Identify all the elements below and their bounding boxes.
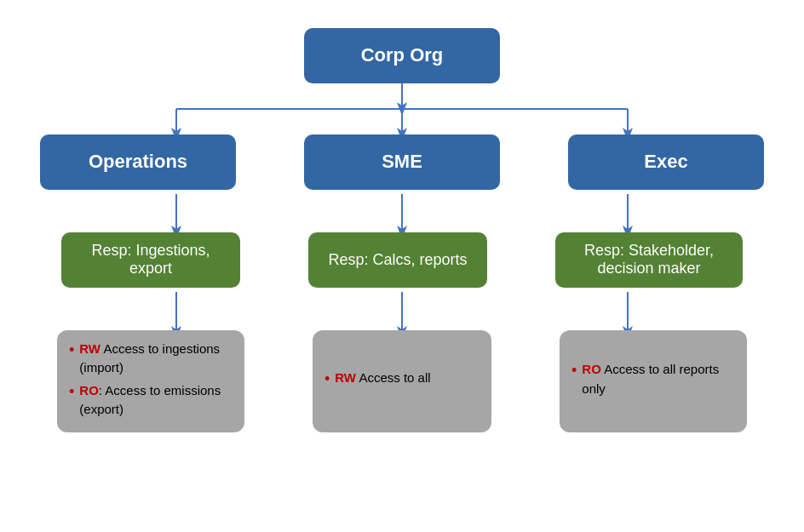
- operations-ro-label: RO: [79, 383, 99, 398]
- exec-resp-box: Resp: Stakeholder, decision maker: [555, 232, 743, 288]
- col-sme: SME: [304, 134, 500, 190]
- col-exec-access: • RO Access to all reports only: [560, 330, 747, 432]
- operations-resp-label: Resp: Ingestions, export: [73, 242, 228, 277]
- operations-label: Operations: [89, 151, 187, 173]
- col-sme-access: • RW Access to all: [313, 330, 491, 432]
- sme-bullet-1: • RW Access to all: [324, 369, 480, 391]
- operations-access-box: • RW Access to ingestions (import) • RO:…: [57, 330, 244, 432]
- operations-resp-box: Resp: Ingestions, export: [61, 232, 240, 288]
- row-level1: Operations SME Exec: [19, 134, 785, 190]
- operations-rw-label: RW: [79, 341, 100, 356]
- col-exec-resp: Resp: Stakeholder, decision maker: [555, 232, 743, 288]
- sme-box: SME: [304, 134, 500, 190]
- sme-resp-box: Resp: Calcs, reports: [308, 232, 487, 288]
- col-exec: Exec: [568, 134, 764, 190]
- corp-org-label: Corp Org: [361, 44, 444, 66]
- exec-resp-label: Resp: Stakeholder, decision maker: [567, 242, 731, 277]
- col-operations: Operations: [40, 134, 236, 190]
- sme-label: SME: [382, 151, 422, 173]
- exec-box: Exec: [568, 134, 764, 190]
- exec-access-box: • RO Access to all reports only: [560, 330, 747, 432]
- sme-rw-label: RW: [335, 370, 356, 385]
- col-sme-resp: Resp: Calcs, reports: [308, 232, 487, 288]
- bullet-dot-2: •: [69, 380, 74, 403]
- corp-org-box: Corp Org: [304, 28, 500, 83]
- exec-bullet-1: • RO Access to all reports only: [571, 360, 735, 398]
- exec-ro-label: RO: [582, 362, 601, 376]
- operations-box: Operations: [40, 134, 236, 190]
- row-level2: Resp: Ingestions, export Resp: Calcs, re…: [19, 232, 785, 288]
- sme-bullet-dot-1: •: [324, 368, 330, 391]
- operations-bullet-1: • RW Access to ingestions (import): [69, 340, 233, 378]
- operations-access-text-1: RW Access to ingestions (import): [79, 340, 233, 378]
- row-level3: • RW Access to ingestions (import) • RO:…: [19, 330, 785, 432]
- operations-access-text-2: RO: Access to emissions (export): [79, 381, 233, 420]
- col-operations-resp: Resp: Ingestions, export: [61, 232, 240, 288]
- sme-access-text-1: RW Access to all: [335, 369, 430, 388]
- row-root: Corp Org: [19, 28, 785, 83]
- sme-access-box: • RW Access to all: [313, 330, 491, 432]
- exec-bullet-dot-1: •: [571, 359, 577, 382]
- operations-bullet-2: • RO: Access to emissions (export): [69, 381, 233, 420]
- sme-resp-label: Resp: Calcs, reports: [328, 251, 467, 269]
- bullet-dot-1: •: [69, 339, 74, 362]
- exec-label: Exec: [644, 151, 687, 173]
- exec-access-text-1: RO Access to all reports only: [582, 360, 735, 398]
- col-operations-access: • RW Access to ingestions (import) • RO:…: [57, 330, 244, 432]
- org-diagram: Corp Org Operations SME Exec Resp: Inges…: [19, 11, 785, 522]
